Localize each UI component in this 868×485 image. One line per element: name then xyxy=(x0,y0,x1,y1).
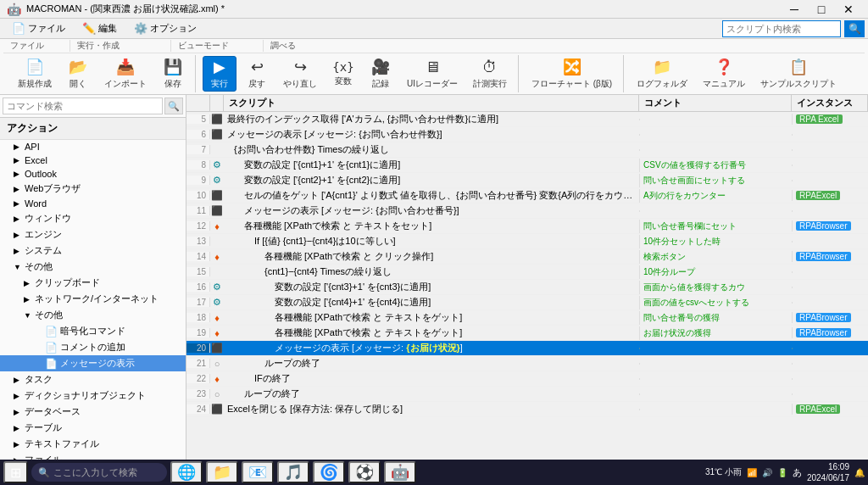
sidebar-item-word[interactable]: ▶ Word xyxy=(0,197,186,210)
chevron-right-icon: ▶ xyxy=(14,170,22,178)
weather-text: 31℃ 小雨 xyxy=(705,466,742,478)
record-button[interactable]: 🎥 記録 xyxy=(364,56,398,92)
sidebar-item-table[interactable]: ▶ テーブル xyxy=(0,420,186,436)
sidebar-item-dictionary[interactable]: ▶ ディクショナリオブジェクト xyxy=(0,387,186,404)
toolbar-group-label-view: ビューモード xyxy=(171,40,264,52)
maximize-button[interactable]: □ xyxy=(809,2,834,17)
log-folder-button[interactable]: 📁 ログフォルダ xyxy=(631,56,693,92)
line-icon: ⚙ xyxy=(210,297,224,308)
document-icon: 📄 xyxy=(45,358,58,370)
sidebar-item-encrypt[interactable]: 📄 暗号化コマンド xyxy=(0,323,186,339)
manual-button[interactable]: ❓ マニュアル xyxy=(697,56,751,92)
sidebar-item-webbrowser[interactable]: ▶ Webブラウザ xyxy=(0,181,186,197)
sidebar-item-task[interactable]: ▶ タスク xyxy=(0,371,186,387)
sample-script-label: サンプルスクリプト xyxy=(760,78,837,90)
sidebar-item-network[interactable]: ▶ ネットワーク/インターネット xyxy=(0,291,186,307)
table-row: 8 ⚙ 変数の設定 ['{cnt1}+1' を{cnt1}に適用] CSVの値を… xyxy=(186,158,868,173)
sidebar-item-message-display[interactable]: 📄 メッセージの表示 xyxy=(0,355,186,371)
line-icon: ⚙ xyxy=(210,282,224,293)
variable-button[interactable]: {x} 変数 xyxy=(326,56,360,92)
actions-title: アクション xyxy=(0,118,186,140)
sidebar-item-outlook[interactable]: ▶ Outlook xyxy=(0,167,186,181)
toolbar-group-view: 🔀 フローチャート (β版) xyxy=(520,55,624,92)
taskbar-search[interactable]: 🔍 ここに入力して検索 xyxy=(31,463,167,482)
save-icon: 💾 xyxy=(164,58,182,76)
document-icon: 📄 xyxy=(45,342,58,354)
toolbar-group-search: 📁 ログフォルダ ❓ マニュアル 📋 サンプルスクリプト xyxy=(626,55,848,92)
taskbar-app4[interactable]: 🎵 xyxy=(277,461,309,483)
taskbar-app6[interactable]: ⚽ xyxy=(348,461,381,483)
sidebar-item-window[interactable]: ▶ ウィンドウ xyxy=(0,210,186,226)
redo-button[interactable]: ↪ やり直し xyxy=(277,56,323,92)
chevron-right-icon: ▶ xyxy=(14,199,22,208)
table-row: 5 ⬛ 最終行のインデックス取得 ['A'カラム, {お問い合わせ件数}に適用]… xyxy=(186,112,868,127)
sidebar-item-engine[interactable]: ▶ エンジン xyxy=(0,226,186,242)
sidebar-item-other[interactable]: ▼ その他 xyxy=(0,259,186,275)
chevron-right-icon: ▶ xyxy=(24,295,32,304)
chevron-down-icon: ▼ xyxy=(24,311,32,320)
script-header: スクリプト コメント インスタンス xyxy=(186,95,868,112)
command-search-button[interactable]: 🔍 xyxy=(164,98,183,114)
script-lines[interactable]: 5 ⬛ 最終行のインデックス取得 ['A'カラム, {お問い合わせ件数}に適用]… xyxy=(186,112,868,477)
undo-button[interactable]: ↩ 戻す xyxy=(240,56,274,92)
measure-run-icon: ⏱ xyxy=(482,59,498,76)
menu-options[interactable]: ⚙️ オプション xyxy=(125,19,205,38)
script-search-button[interactable]: 🔍 xyxy=(844,20,865,37)
notification-icon[interactable]: 🔔 xyxy=(854,468,865,477)
measure-run-button[interactable]: ⏱ 計測実行 xyxy=(467,56,513,92)
col-header-script: スクリプト xyxy=(224,95,639,111)
new-icon: 📄 xyxy=(25,58,44,76)
minimize-button[interactable]: ─ xyxy=(782,2,807,17)
open-icon: 📂 xyxy=(69,58,87,76)
time-display[interactable]: 16:09 2024/06/17 xyxy=(807,461,849,483)
line-icon: ⬛ xyxy=(210,114,224,125)
toolbar-group-label-create: 実行・作成 xyxy=(70,40,171,52)
toolbar-group-execute: ▶ 実行 ↩ 戻す ↪ やり直し {x} 変数 🎥 記録 🖥 UIレコーダー xyxy=(198,55,519,92)
undo-label: 戻す xyxy=(248,78,265,90)
save-button[interactable]: 💾 保存 xyxy=(156,56,190,92)
new-create-button[interactable]: 📄 新規作成 xyxy=(12,56,58,92)
open-button[interactable]: 📂 開く xyxy=(61,56,95,92)
sidebar-item-excel[interactable]: ▶ Excel xyxy=(0,153,186,167)
table-row: 11 ⬛ メッセージの表示 [メッセージ: {お問い合わせ番号}] xyxy=(186,203,868,219)
close-button[interactable]: ✕ xyxy=(836,2,861,17)
taskbar-app2[interactable]: 📁 xyxy=(206,461,238,483)
taskbar-app1[interactable]: 🌐 xyxy=(170,461,203,483)
run-icon: ▶ xyxy=(214,58,225,76)
sidebar-item-api[interactable]: ▶ API xyxy=(0,140,186,153)
options-icon: ⚙️ xyxy=(134,22,147,35)
table-row: 21 ○ ループの終了 xyxy=(186,356,868,371)
script-search-input[interactable] xyxy=(722,20,841,37)
ui-recorder-button[interactable]: 🖥 UIレコーダー xyxy=(401,56,464,92)
start-button[interactable]: ⊞ xyxy=(3,461,28,483)
record-label: 記録 xyxy=(372,78,389,90)
table-row: 14 ♦ 各種機能 [XPathで検索 と クリック操作] 検索ボタン RPAB… xyxy=(186,249,868,265)
edit-icon: ✏️ xyxy=(82,22,96,35)
sidebar-item-clipboard[interactable]: ▶ クリップボード xyxy=(0,275,186,291)
taskbar-app3[interactable]: 📧 xyxy=(242,461,274,483)
variable-icon: {x} xyxy=(332,60,353,74)
sidebar-item-textfile[interactable]: ▶ テキストファイル xyxy=(0,436,186,452)
line-icon: ⬛ xyxy=(210,129,224,140)
taskbar-app5[interactable]: 🌀 xyxy=(313,461,345,483)
record-icon: 🎥 xyxy=(371,58,390,76)
sidebar-item-database[interactable]: ▶ データベース xyxy=(0,404,186,420)
sample-script-icon: 📋 xyxy=(789,58,808,76)
sidebar-item-add-comment[interactable]: 📄 コメントの追加 xyxy=(0,339,186,355)
ui-recorder-label: UIレコーダー xyxy=(407,78,458,90)
run-button[interactable]: ▶ 実行 xyxy=(203,56,236,92)
taskbar: ⊞ 🔍 ここに入力して検索 🌐 📁 📧 🎵 🌀 ⚽ 🤖 31℃ 小雨 📶 🔊 🔋… xyxy=(0,460,868,485)
command-search-input[interactable] xyxy=(3,98,163,114)
line-icon: ○ xyxy=(210,389,224,399)
import-button[interactable]: 📥 インポート xyxy=(98,56,153,92)
menu-edit[interactable]: ✏️ 編集 xyxy=(74,19,125,38)
taskbar-app7[interactable]: 🤖 xyxy=(384,461,416,483)
menu-file[interactable]: 📄 ファイル xyxy=(3,19,74,38)
flowchart-button[interactable]: 🔀 フローチャート (β版) xyxy=(526,56,618,92)
title-text: MACROMAN - (関東西濃 お届け状況確認.xml) * xyxy=(26,3,225,15)
sample-script-button[interactable]: 📋 サンプルスクリプト xyxy=(754,56,843,92)
sidebar-item-other-sub[interactable]: ▼ その他 xyxy=(0,307,186,323)
line-icon: ⬛ xyxy=(210,205,224,216)
sidebar-item-system[interactable]: ▶ システム xyxy=(0,242,186,259)
line-icon: ⬛ xyxy=(210,190,224,201)
